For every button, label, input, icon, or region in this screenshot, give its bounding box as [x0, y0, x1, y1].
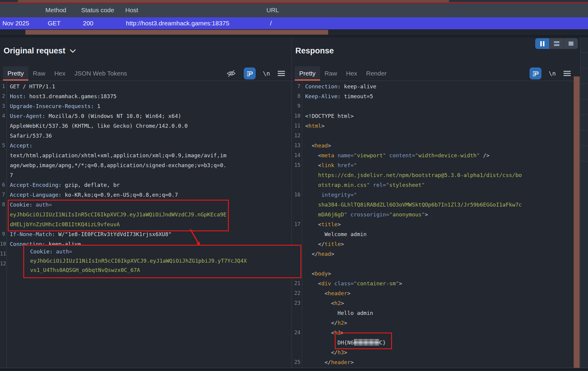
table-horizontal-scrollbar[interactable] — [0, 29, 588, 35]
line-number — [0, 170, 5, 180]
line-number: 23 — [292, 298, 300, 308]
tab-raw[interactable]: Raw — [28, 66, 50, 81]
code-row: 5Accept: — [0, 141, 291, 150]
divider-strip — [0, 35, 588, 37]
inspector-collapsed-strip[interactable] — [580, 37, 588, 368]
column-url[interactable]: URL — [266, 3, 279, 17]
code-row: text/html,application/xhtml+xml,applicat… — [0, 150, 291, 160]
cell-host: http://host3.dreamhack.games:18375 — [126, 17, 229, 29]
word-wrap-button[interactable] — [530, 67, 541, 79]
code-row: 22 <header> — [292, 288, 580, 298]
split-rows-button[interactable] — [549, 38, 564, 49]
menu-icon[interactable] — [277, 70, 285, 77]
line-number: 15 — [292, 160, 300, 170]
line-number — [0, 160, 5, 170]
code-row: 7Accept-Language: ko-KR,ko;q=0.9,en-US;q… — [0, 190, 291, 200]
pause-icon — [540, 41, 542, 46]
response-editor[interactable]: 7Connection: keep-alive8Keep-Alive: time… — [292, 81, 580, 368]
tab-raw[interactable]: Raw — [320, 66, 342, 81]
top-horizontal-scrollbar[interactable] — [0, 0, 588, 2]
bottom-strip — [0, 368, 588, 371]
gutter-line — [302, 81, 302, 368]
request-panel-title[interactable]: Original request — [4, 46, 76, 56]
code-row: 18 </head> — [292, 249, 580, 259]
tab-pretty[interactable]: Pretty — [295, 66, 320, 81]
code-row: 8Keep-Alive: timeout=5 — [292, 91, 580, 101]
request-toolbar: \n — [226, 67, 285, 80]
history-table-header: Method Status code Host URL — [0, 3, 588, 17]
line-number: 10 — [0, 239, 5, 249]
line-number: 3 — [0, 101, 5, 111]
cell-date: Nov 2025 — [2, 17, 29, 29]
layout-controls — [535, 38, 578, 49]
line-number — [0, 121, 5, 131]
chevron-down-icon — [70, 49, 76, 53]
line-number — [0, 150, 5, 160]
tab-hex[interactable]: Hex — [342, 66, 362, 81]
code-row: 20 <body> — [292, 269, 580, 278]
code-row: sha384-GLhlTQ8iRABdZLl6O3oVMWSktQOp6b7In… — [292, 200, 580, 210]
line-number: 7 — [292, 81, 300, 91]
line-number — [292, 170, 300, 180]
code-row: Cookie: auth= — [30, 247, 300, 256]
line-number: 6 — [0, 180, 5, 190]
tab-json-web-tokens[interactable]: JSON Web Tokens — [70, 66, 132, 81]
word-wrap-icon — [532, 70, 539, 77]
annotation-box-flag — [335, 332, 392, 349]
line-number — [0, 219, 5, 229]
code-row: </h2> — [292, 318, 580, 328]
response-panel: Response Pretty Raw Hex Render \n — [291, 37, 580, 368]
scrollbar-thumb[interactable] — [25, 30, 328, 35]
code-row: 3Upgrade-Insecure-Requests: 1 — [0, 101, 291, 111]
line-number: 17 — [292, 219, 300, 229]
code-row: 11<html> — [292, 121, 580, 131]
code-row: 9 — [292, 101, 580, 111]
pause-button[interactable] — [535, 38, 549, 49]
column-method[interactable]: Method — [45, 3, 66, 17]
response-scrollbar-thumb[interactable] — [574, 76, 580, 368]
single-pane-button[interactable] — [564, 38, 578, 49]
tab-render[interactable]: Render — [362, 66, 391, 81]
line-number: 10 — [292, 111, 300, 121]
line-number: 16 — [292, 190, 300, 200]
newline-toggle[interactable]: \n — [263, 70, 270, 77]
admin-cookie-code: Cookie: auth=eyJhbGciOiJIUzI1NiIsInR5cCI… — [30, 247, 300, 275]
code-row: Safari/537.36 — [0, 131, 291, 141]
tab-pretty[interactable]: Pretty — [3, 66, 28, 81]
code-row: 23 <h2> — [292, 298, 580, 308]
code-row: 13 <head> — [292, 141, 580, 150]
column-status-code[interactable]: Status code — [81, 3, 114, 17]
tab-hex[interactable]: Hex — [50, 66, 70, 81]
newline-toggle[interactable]: \n — [549, 70, 556, 77]
line-number: 1 — [0, 81, 5, 91]
line-number: 7 — [0, 190, 5, 200]
menu-icon[interactable] — [563, 70, 571, 77]
scrollbar-thumb[interactable] — [18, 0, 449, 2]
line-number — [292, 210, 300, 219]
line-number — [292, 347, 300, 357]
line-number: 11 — [292, 121, 300, 131]
code-row: Hello admin — [292, 308, 580, 318]
history-row-selected[interactable]: Nov 2025 GET 200 http://host3.dreamhack.… — [0, 17, 588, 29]
column-host[interactable]: Host — [125, 3, 138, 17]
code-row: 21 <div class="container-sm"> — [292, 278, 580, 288]
response-tabs: Pretty Raw Hex Render — [295, 66, 391, 81]
request-code: 1GET / HTTP/1.12Host: host3.dreamhack.ga… — [0, 81, 291, 269]
eye-slash-icon[interactable] — [226, 68, 237, 79]
response-panel-title: Response — [295, 46, 334, 56]
page-title: Response — [295, 46, 334, 56]
annotation-box-guest-cookie — [8, 200, 229, 231]
code-row: AppleWebKit/537.36 (KHTML, like Gecko) C… — [0, 121, 291, 131]
line-number: 11 — [0, 249, 5, 259]
code-row: </title> — [292, 239, 580, 249]
line-number: 24 — [292, 328, 300, 338]
gutter-line — [7, 81, 7, 368]
line-number: 8 — [292, 91, 300, 101]
line-number: 12 — [292, 131, 300, 141]
code-row: 14 <meta name="viewport" content="width=… — [292, 150, 580, 160]
word-wrap-button[interactable] — [244, 67, 256, 79]
code-row: vs1_U4Ths0AQSGH_o6bqtNvQswzx0C_67A — [30, 265, 300, 275]
line-number — [292, 308, 300, 318]
cell-status: 200 — [83, 17, 93, 29]
line-number: 9 — [292, 101, 300, 111]
